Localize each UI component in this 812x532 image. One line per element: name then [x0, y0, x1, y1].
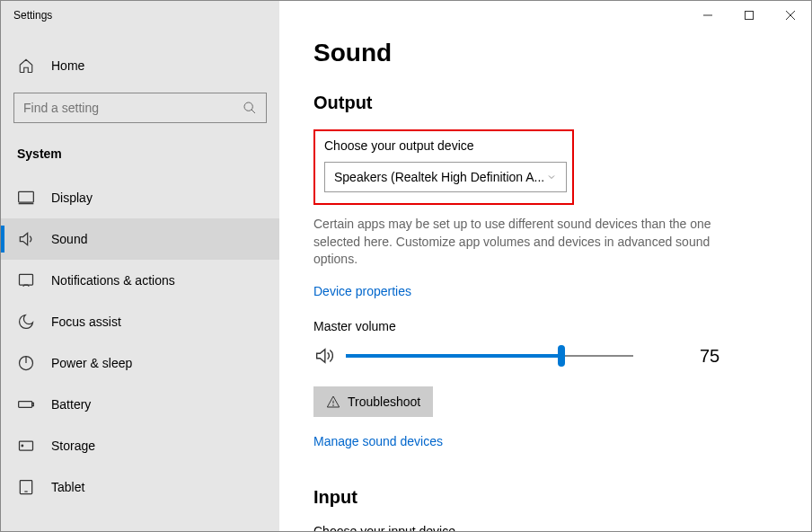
svg-point-18: [333, 404, 334, 405]
search-icon: [243, 101, 257, 115]
svg-rect-4: [20, 274, 33, 285]
slider-fill: [346, 354, 561, 358]
notifications-icon: [17, 271, 35, 289]
volume-icon[interactable]: [313, 346, 333, 366]
search-box[interactable]: [13, 93, 267, 123]
page-title: Sound: [313, 39, 777, 67]
power-icon: [17, 354, 35, 372]
close-button[interactable]: [770, 1, 811, 30]
sidebar-item-display[interactable]: Display: [1, 177, 279, 218]
app-title: Settings: [1, 1, 279, 30]
input-heading: Input: [313, 487, 777, 508]
sidebar-item-label: Tablet: [51, 480, 84, 494]
sidebar-item-sound[interactable]: Sound: [1, 218, 279, 260]
volume-row: 75: [313, 346, 777, 367]
sidebar-item-label: Power & sleep: [51, 356, 132, 370]
manage-sound-devices-link[interactable]: Manage sound devices: [313, 434, 443, 448]
maximize-button[interactable]: [728, 1, 770, 30]
home-nav[interactable]: Home: [1, 48, 279, 84]
display-icon: [17, 189, 35, 207]
home-icon: [17, 57, 35, 75]
tablet-icon: [17, 478, 35, 496]
sidebar: Settings Home System Display Sound Notif…: [1, 1, 279, 531]
master-volume-label: Master volume: [313, 319, 777, 333]
troubleshoot-label: Troubleshoot: [348, 395, 420, 409]
sidebar-item-power-sleep[interactable]: Power & sleep: [1, 342, 279, 384]
choose-input-label: Choose your input device: [313, 524, 777, 531]
svg-point-10: [22, 445, 23, 447]
storage-icon: [17, 437, 35, 455]
sidebar-item-focus-assist[interactable]: Focus assist: [1, 301, 279, 342]
sidebar-item-label: Notifications & actions: [51, 273, 175, 288]
sidebar-item-label: Focus assist: [51, 315, 121, 329]
sidebar-item-tablet[interactable]: Tablet: [1, 466, 279, 508]
sidebar-item-battery[interactable]: Battery: [1, 384, 279, 425]
focus-assist-icon: [17, 313, 35, 331]
window-controls: [279, 1, 811, 30]
battery-icon: [17, 395, 35, 413]
svg-rect-8: [32, 403, 34, 405]
warning-icon: [326, 395, 340, 409]
svg-point-0: [244, 102, 252, 111]
sidebar-item-label: Display: [51, 191, 93, 205]
output-heading: Output: [313, 93, 777, 113]
output-device-value: Speakers (Realtek High Definition A...: [334, 170, 544, 184]
choose-output-label: Choose your output device: [324, 138, 563, 153]
sidebar-item-notifications[interactable]: Notifications & actions: [1, 260, 279, 301]
home-label: Home: [51, 58, 84, 73]
chevron-down-icon: [546, 172, 557, 182]
sidebar-item-label: Sound: [51, 232, 87, 246]
output-description: Certain apps may be set up to use differ…: [313, 216, 718, 269]
svg-rect-2: [19, 191, 34, 202]
sidebar-item-storage[interactable]: Storage: [1, 425, 279, 466]
main: Sound Output Choose your output device S…: [279, 1, 811, 531]
troubleshoot-button[interactable]: Troubleshoot: [313, 386, 433, 417]
sound-icon: [17, 230, 35, 248]
output-device-highlight: Choose your output device Speakers (Real…: [313, 129, 574, 205]
sidebar-section: System: [1, 139, 279, 177]
svg-line-1: [252, 110, 255, 113]
minimize-button[interactable]: [687, 1, 728, 30]
sidebar-item-label: Storage: [51, 439, 95, 453]
svg-rect-7: [19, 402, 32, 408]
output-device-dropdown[interactable]: Speakers (Realtek High Definition A...: [324, 162, 567, 192]
device-properties-link[interactable]: Device properties: [313, 284, 411, 298]
svg-rect-14: [746, 12, 754, 20]
sidebar-item-label: Battery: [51, 397, 91, 412]
volume-slider[interactable]: [346, 347, 633, 365]
volume-value: 75: [700, 346, 719, 367]
slider-thumb[interactable]: [558, 345, 565, 367]
content: Sound Output Choose your output device S…: [279, 30, 811, 531]
search-input[interactable]: [23, 101, 243, 115]
